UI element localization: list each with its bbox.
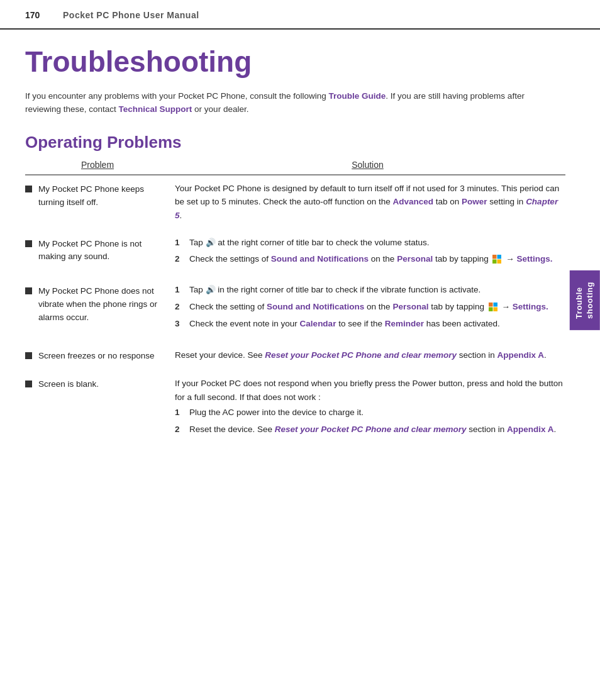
solution-text-1d: .: [180, 211, 182, 220]
svg-rect-2: [492, 259, 497, 264]
solution-cell-5: If your Pocket PC does not respond when …: [170, 377, 565, 440]
intro-text-after-link2: or your dealer.: [192, 104, 248, 114]
list-item: 2 Reset the device. See Reset your Pocke…: [175, 423, 565, 436]
windows-icon2: [488, 302, 498, 312]
table-row: Screen freezes or no response Reset your…: [25, 348, 565, 363]
list-item: 1 Plug the AC power into the device to c…: [175, 406, 565, 419]
table-row: My Pocket PC Phone is not making any sou…: [25, 236, 565, 270]
bullet-icon: [25, 287, 32, 294]
solution-text-4c: .: [544, 350, 547, 360]
table-header-row: Problem Solution: [25, 158, 565, 175]
reset-link2[interactable]: Reset your Pocket PC Phone and clear mem…: [275, 425, 467, 434]
bullet-icon: [25, 352, 32, 359]
intro-paragraph: If you encounter any problems with your …: [25, 89, 541, 116]
bullet-icon: [25, 186, 32, 192]
speaker-icon: 🔊: [206, 238, 216, 247]
trouble-guide-link[interactable]: Trouble Guide: [329, 91, 386, 101]
reset-link1[interactable]: Reset your Pocket PC Phone and clear mem…: [265, 350, 457, 360]
num-1: 1: [175, 236, 186, 250]
solution-3-item3: Check the event note in your Calendar to…: [189, 318, 500, 331]
page-number: 170: [25, 9, 63, 22]
svg-rect-4: [489, 303, 493, 307]
num-2: 2: [175, 253, 186, 266]
svg-rect-3: [497, 259, 502, 264]
windows-icon: [492, 254, 502, 264]
appendix-a-link1[interactable]: Appendix A: [497, 350, 544, 360]
solution-text-4a: Reset your device. See: [175, 350, 265, 360]
page-header: 170 Pocket PC Phone User Manual: [0, 0, 600, 30]
solution-cell-2: 1 Tap 🔊 at the right corner of title bar…: [170, 236, 565, 270]
bullet-icon: [25, 240, 32, 247]
problem-text-5: Screen is blank.: [38, 378, 99, 391]
intro-text-before-link1: If you encounter any problems with your …: [25, 91, 329, 101]
solution-2-item2: Check the settings of Sound and Notifica…: [189, 253, 553, 266]
solution-column-header: Solution: [170, 158, 565, 172]
problem-cell-3: My Pocket PC Phone does not vibrate when…: [25, 284, 170, 325]
svg-rect-1: [497, 255, 502, 259]
svg-rect-7: [493, 307, 497, 311]
solution-list-5: 1 Plug the AC power into the device to c…: [175, 406, 565, 436]
personal-link[interactable]: Personal: [397, 254, 433, 264]
table-row: My Pocket PC Phone keeps turning itself …: [25, 182, 565, 223]
sound-notifications-link[interactable]: Sound and Notifications: [271, 254, 369, 264]
list-item: 2 Check the setting of Sound and Notific…: [175, 301, 565, 314]
problem-column-header: Problem: [25, 158, 170, 172]
solution-cell-4: Reset your device. See Reset your Pocket…: [170, 348, 565, 362]
solution-5-item2: Reset the device. See Reset your Pocket …: [189, 423, 556, 436]
svg-rect-5: [493, 303, 497, 307]
svg-rect-6: [489, 307, 493, 311]
calendar-link[interactable]: Calendar: [300, 319, 336, 328]
problems-table: My Pocket PC Phone keeps turning itself …: [25, 182, 565, 440]
problem-cell-5: Screen is blank.: [25, 377, 170, 391]
solution-cell-1: Your Pocket PC Phone is designed by defa…: [170, 182, 565, 223]
speaker-icon: 🔊: [206, 285, 216, 294]
advanced-link[interactable]: Advanced: [392, 197, 433, 206]
side-tab: Troubleshooting: [570, 270, 600, 330]
settings-link2[interactable]: Settings.: [513, 302, 548, 311]
num-1: 1: [175, 284, 186, 297]
chapter-title: Troubleshooting: [25, 46, 565, 78]
solution-text-5a: If your Pocket PC does not respond when …: [175, 377, 565, 404]
reminder-link[interactable]: Reminder: [385, 319, 424, 328]
problem-cell-4: Screen freezes or no response: [25, 348, 170, 363]
list-item: 3 Check the event note in your Calendar …: [175, 318, 565, 331]
problem-cell-2: My Pocket PC Phone is not making any sou…: [25, 236, 170, 264]
appendix-a-link2[interactable]: Appendix A: [507, 425, 554, 434]
settings-link[interactable]: Settings.: [517, 254, 553, 264]
table-row: Screen is blank. If your Pocket PC does …: [25, 377, 565, 440]
power-link[interactable]: Power: [462, 197, 487, 206]
solution-list-3: 1 Tap 🔊 in the right corner of title bar…: [175, 284, 565, 331]
solution-5-item1: Plug the AC power into the device to cha…: [189, 406, 364, 419]
num-2: 2: [175, 301, 186, 314]
problem-text-3: My Pocket PC Phone does not vibrate when…: [38, 285, 164, 325]
svg-rect-0: [492, 255, 497, 259]
main-content: Troubleshooting If you encounter any pro…: [0, 30, 600, 473]
solution-text-1c: setting in: [487, 197, 526, 206]
solution-3-item1: Tap 🔊 in the right corner of title bar t…: [189, 284, 481, 297]
problem-text-4: Screen freezes or no response: [38, 350, 155, 363]
solution-3-item2: Check the setting of Sound and Notificat…: [189, 301, 548, 314]
section-title: Operating Problems: [25, 130, 565, 155]
problem-text-1: My Pocket PC Phone keeps turning itself …: [38, 183, 164, 209]
problem-cell-1: My Pocket PC Phone keeps turning itself …: [25, 182, 170, 209]
sound-notifications-link2[interactable]: Sound and Notifications: [267, 302, 364, 311]
list-item: 1 Tap 🔊 in the right corner of title bar…: [175, 284, 565, 297]
technical-support-link[interactable]: Technical Support: [119, 104, 192, 114]
list-item: 1 Tap 🔊 at the right corner of title bar…: [175, 236, 565, 250]
solution-text-4b: section in: [457, 350, 497, 360]
problem-text-2: My Pocket PC Phone is not making any sou…: [38, 238, 164, 264]
side-tab-text: Troubleshooting: [574, 282, 594, 319]
bullet-icon: [25, 381, 32, 387]
num-2: 2: [175, 423, 186, 436]
solution-2-item1: Tap 🔊 at the right corner of title bar t…: [189, 236, 429, 250]
personal-link2[interactable]: Personal: [392, 302, 428, 311]
num-3: 3: [175, 318, 186, 331]
table-row: My Pocket PC Phone does not vibrate when…: [25, 284, 565, 335]
page-container: Troubleshooting 170 Pocket PC Phone User…: [0, 0, 600, 700]
list-item: 2 Check the settings of Sound and Notifi…: [175, 253, 565, 266]
solution-text-1b: tab on: [433, 197, 462, 206]
manual-title: Pocket PC Phone User Manual: [63, 9, 199, 22]
num-1: 1: [175, 406, 186, 419]
solution-cell-3: 1 Tap 🔊 in the right corner of title bar…: [170, 284, 565, 335]
solution-list-2: 1 Tap 🔊 at the right corner of title bar…: [175, 236, 565, 267]
